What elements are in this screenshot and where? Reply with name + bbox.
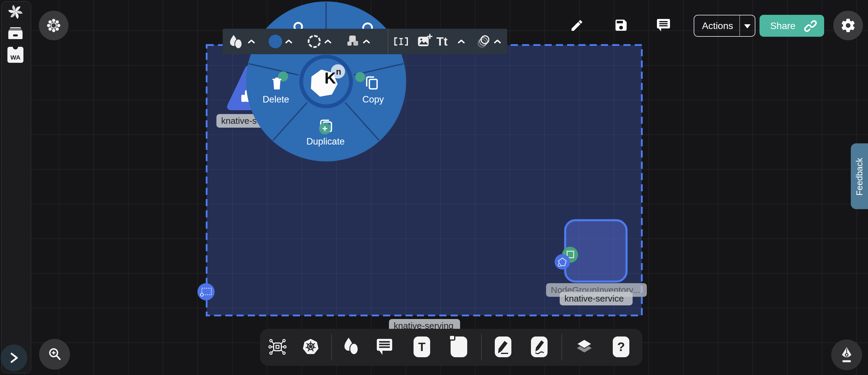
feedback-tab[interactable]: Feedback [851,143,868,209]
layers-tool[interactable] [575,337,593,356]
webassembly-label: WA [7,54,24,61]
vector-pen-button[interactable] [831,339,862,370]
pencil-icon[interactable] [570,19,584,33]
annotate-tool[interactable] [495,337,512,357]
draw-tool[interactable] [531,337,548,357]
zoom-in-button[interactable] [39,339,70,370]
webassembly-notch [13,44,18,49]
toolbar-divider [331,334,332,360]
chevron-up-icon[interactable] [458,39,465,44]
text-tool[interactable]: T [413,337,430,357]
copy-icon[interactable] [365,75,379,91]
toolbar-divider [481,334,482,360]
comment-icon[interactable] [656,18,671,33]
selection-handle[interactable] [197,283,215,300]
chevron-up-icon[interactable] [363,39,370,44]
zoom-in-icon [46,346,63,362]
gear-icon [840,18,856,33]
pentagon-badge [555,254,570,270]
pen-nib-icon [838,346,856,364]
share-button[interactable]: Share [760,15,824,37]
chevron-up-icon[interactable] [324,39,332,44]
toolbar-divider [388,29,389,54]
kubernetes-tool[interactable] [302,337,320,356]
duplicate-plus-dot [319,123,331,134]
connections-tool[interactable] [268,338,287,356]
actions-label[interactable]: Actions [694,21,733,31]
radial-item-copy[interactable]: Copy [351,94,395,105]
stroke-style-icon[interactable] [308,35,321,48]
resize-width-icon[interactable] [393,34,409,48]
link-icon [804,20,817,33]
archive-box-icon[interactable] [6,25,24,41]
chevron-up-icon[interactable] [494,39,501,44]
shapes-tool[interactable] [342,337,360,357]
knative-logo-badge: n [333,67,344,77]
help-tool[interactable]: ? [613,337,629,357]
node-label-text: knative-service [564,294,624,304]
chevron-right-icon [9,351,19,364]
fill-color-swatch[interactable] [269,35,282,48]
molecule-icon [46,18,61,33]
save-icon[interactable] [614,18,628,33]
help-tool-glyph: ? [617,340,625,354]
shape-style-icon[interactable] [228,34,243,49]
canvas[interactable]: knative-s NodeGroupInventory... knative-… [0,0,868,375]
feedback-label: Feedback [855,144,864,210]
copy-style-icon[interactable] [346,34,361,48]
actions-divider [739,15,740,36]
toolbar-divider [561,334,562,360]
radial-item-delete[interactable]: Delete [254,94,297,105]
settings-button[interactable] [833,11,863,40]
text-tool-glyph: T [418,340,425,354]
node-label-service: knative-service [560,292,632,305]
share-label[interactable]: Share [760,21,795,31]
actions-split-button[interactable]: Actions [694,15,755,37]
replace-image-icon[interactable] [416,33,433,49]
frame-tool-corner [449,335,455,341]
frame-tool[interactable] [451,337,467,357]
trash-icon[interactable] [270,76,284,91]
copy-status-dot [355,72,365,82]
webassembly-icon[interactable]: WA [7,47,24,63]
actions-caret-icon[interactable] [744,24,751,28]
components-button[interactable] [39,11,68,40]
chevron-up-icon[interactable] [248,39,255,44]
opacity-icon[interactable] [475,33,492,50]
radial-item-duplicate[interactable]: Duplicate [300,136,351,147]
text-style-button[interactable]: Tt [436,35,447,48]
chevron-up-icon[interactable] [285,39,292,44]
comment-tool[interactable] [375,338,394,356]
expand-sidebar-button[interactable] [1,344,27,371]
pinwheel-logo[interactable] [7,4,24,20]
